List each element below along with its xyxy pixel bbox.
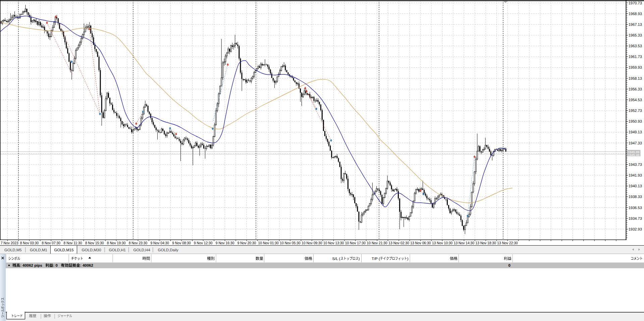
svg-text:10 Nov 01:30: 10 Nov 01:30 <box>258 241 279 245</box>
svg-text:8 Nov 03:30: 8 Nov 03:30 <box>20 241 39 245</box>
svg-text:8 Nov 11:30: 8 Nov 11:30 <box>64 241 82 245</box>
svg-text:7 Nov 2023: 7 Nov 2023 <box>1 241 18 245</box>
svg-text:): ) <box>407 257 409 261</box>
svg-text:1938.33: 1938.33 <box>629 195 642 199</box>
svg-text:1943.73: 1943.73 <box>629 163 642 167</box>
svg-text:GOLD,M5: GOLD,M5 <box>4 248 22 252</box>
svg-text:GOLD,M1: GOLD,M1 <box>30 248 47 252</box>
svg-text:13 Nov 10:30: 13 Nov 10:30 <box>432 241 453 245</box>
svg-text:1940.13: 1940.13 <box>629 184 642 188</box>
svg-text:1945.48: 1945.48 <box>628 153 639 157</box>
svg-text:: 40062: : 40062 <box>80 263 93 267</box>
svg-text:GOLD,H1: GOLD,H1 <box>109 248 126 252</box>
svg-text:1970.73: 1970.73 <box>629 1 642 5</box>
svg-text:1961.73: 1961.73 <box>629 55 642 59</box>
svg-text:8 Nov 19:30: 8 Nov 19:30 <box>107 241 126 245</box>
svg-text:1963.53: 1963.53 <box>629 44 642 48</box>
svg-text:8 Nov 07:30: 8 Nov 07:30 <box>42 241 60 245</box>
svg-text:1941.93: 1941.93 <box>629 173 642 177</box>
svg-text:S/L (: S/L ( <box>332 257 340 261</box>
svg-text:13 Nov 18:30: 13 Nov 18:30 <box>476 241 496 245</box>
svg-text:1952.73: 1952.73 <box>629 109 642 113</box>
svg-text:1958.13: 1958.13 <box>629 76 642 80</box>
svg-text:GOLD,Daily: GOLD,Daily <box>158 248 179 252</box>
svg-text:1949.13: 1949.13 <box>629 130 642 134</box>
svg-text:GOLD,H4: GOLD,H4 <box>133 248 151 252</box>
svg-text:10 Nov 09:30: 10 Nov 09:30 <box>302 241 322 245</box>
svg-text:1967.13: 1967.13 <box>629 22 642 26</box>
svg-text:13 Nov 14:30: 13 Nov 14:30 <box>454 241 475 245</box>
svg-text:1956.33: 1956.33 <box>629 87 642 91</box>
svg-text:1968.93: 1968.93 <box>629 12 642 16</box>
svg-text:10 Nov 13:30: 10 Nov 13:30 <box>323 241 344 245</box>
svg-text:GOLD,M15: GOLD,M15 <box>54 248 74 252</box>
svg-text:): ) <box>359 257 360 261</box>
svg-text:10 Nov 21:30: 10 Nov 21:30 <box>367 241 388 245</box>
svg-text:1934.73: 1934.73 <box>629 216 642 220</box>
svg-text:GOLD,M30: GOLD,M30 <box>82 248 101 252</box>
svg-text:10 Nov 05:30: 10 Nov 05:30 <box>280 241 301 245</box>
svg-text:1932.93: 1932.93 <box>629 227 642 231</box>
svg-text:1936.53: 1936.53 <box>629 206 642 210</box>
svg-text:13 Nov 22:30: 13 Nov 22:30 <box>497 241 518 245</box>
svg-text:1947.33: 1947.33 <box>629 141 642 145</box>
svg-text:8 Nov 15:30: 8 Nov 15:30 <box>85 241 104 245</box>
svg-text:9 Nov 08:30: 9 Nov 08:30 <box>172 241 191 245</box>
svg-text:1959.93: 1959.93 <box>629 65 642 69</box>
svg-text:9 Nov 04:30: 9 Nov 04:30 <box>150 241 169 245</box>
svg-text:0: 0 <box>508 263 511 267</box>
svg-text:1965.33: 1965.33 <box>629 33 642 37</box>
svg-text:13 Nov 06:30: 13 Nov 06:30 <box>410 241 431 245</box>
svg-text:: 40062 pips: : 40062 pips <box>20 263 42 267</box>
svg-text:9 Nov 20:30: 9 Nov 20:30 <box>237 241 256 245</box>
svg-text:1950.93: 1950.93 <box>629 119 642 123</box>
svg-text:T/P (: T/P ( <box>372 257 380 261</box>
svg-text:8 Nov 23:30: 8 Nov 23:30 <box>129 241 148 245</box>
svg-text:1954.53: 1954.53 <box>629 98 642 102</box>
svg-text:13 Nov 02:30: 13 Nov 02:30 <box>388 241 409 245</box>
svg-text:: 0: : 0 <box>53 263 57 267</box>
svg-text:10 Nov 17:30: 10 Nov 17:30 <box>345 241 366 245</box>
svg-text:9 Nov 16:30: 9 Nov 16:30 <box>216 241 234 245</box>
svg-text:9 Nov 12:30: 9 Nov 12:30 <box>194 241 213 245</box>
